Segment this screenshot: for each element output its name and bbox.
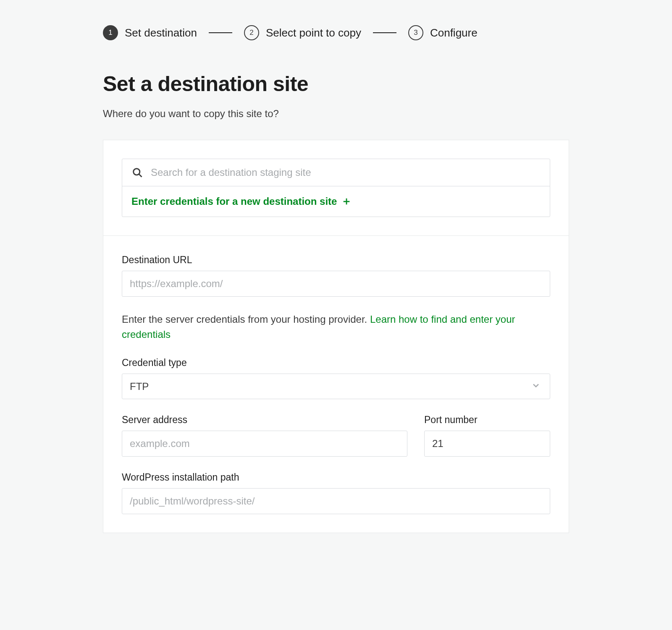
search-icon: [131, 167, 143, 178]
search-group: Enter credentials for a new destination …: [122, 159, 550, 217]
step-number-2: 2: [244, 25, 259, 40]
credential-type-select[interactable]: FTP: [122, 374, 550, 399]
port-number-input[interactable]: [424, 431, 550, 457]
wp-path-label: WordPress installation path: [122, 472, 550, 483]
step-divider: [209, 32, 232, 33]
add-destination-label: Enter credentials for a new destination …: [131, 196, 337, 207]
helper-text-part: Enter the server credentials from your h…: [122, 314, 370, 325]
search-row: [122, 159, 550, 186]
step-label-1: Set destination: [125, 26, 197, 39]
server-address-label: Server address: [122, 414, 407, 426]
step-divider: [373, 32, 396, 33]
step-label-2: Select point to copy: [266, 26, 361, 39]
step-number-3: 3: [408, 25, 423, 40]
step-select-point[interactable]: 2 Select point to copy: [244, 25, 361, 40]
destination-url-input[interactable]: [122, 271, 550, 297]
destination-url-label: Destination URL: [122, 254, 550, 266]
wp-path-input[interactable]: [122, 488, 550, 514]
server-address-input[interactable]: [122, 431, 407, 457]
destination-card: Enter credentials for a new destination …: [103, 140, 569, 533]
step-number-1: 1: [103, 25, 118, 40]
svg-line-1: [139, 174, 142, 177]
step-set-destination[interactable]: 1 Set destination: [103, 25, 197, 40]
stepper: 1 Set destination 2 Select point to copy…: [103, 25, 569, 40]
page-subtitle: Where do you want to copy this site to?: [103, 108, 569, 120]
search-input[interactable]: [151, 167, 541, 178]
step-label-3: Configure: [430, 26, 478, 39]
plus-icon: [342, 197, 351, 206]
credential-type-label: Credential type: [122, 357, 550, 369]
add-destination-button[interactable]: Enter credentials for a new destination …: [122, 186, 550, 217]
credentials-helper-text: Enter the server credentials from your h…: [122, 312, 550, 342]
step-configure[interactable]: 3 Configure: [408, 25, 478, 40]
port-number-label: Port number: [424, 414, 550, 426]
svg-point-0: [134, 169, 140, 175]
page-title: Set a destination site: [103, 72, 569, 96]
